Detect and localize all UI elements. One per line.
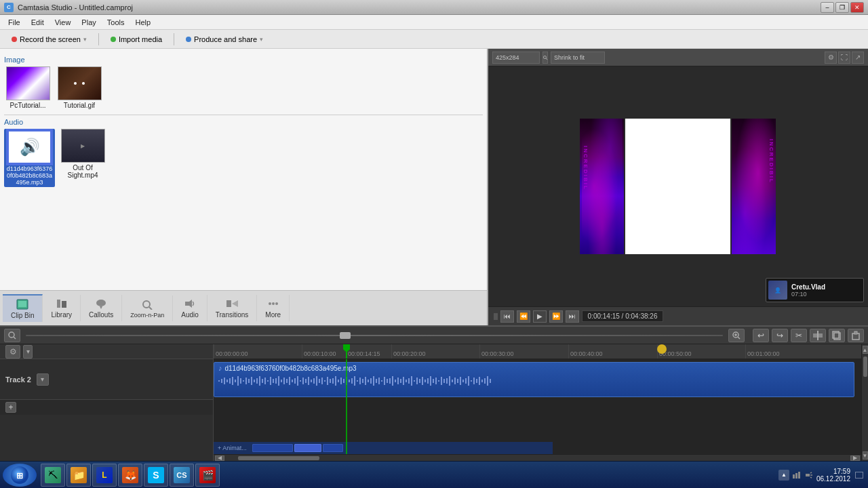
settings-dropdown-button[interactable]: ▾ — [23, 345, 33, 359]
speaker-icon: 🔊 — [20, 138, 40, 157]
scrollbar-thumb[interactable] — [238, 456, 319, 460]
paste-button[interactable] — [848, 329, 864, 342]
menu-file[interactable]: File — [3, 17, 26, 28]
track-2-settings-button[interactable]: ▾ — [37, 373, 49, 386]
undo-button[interactable]: ↩ — [753, 329, 769, 342]
settings-gear-button[interactable]: ⚙ — [5, 345, 20, 359]
oos-label: Out Of Sight.mp4 — [59, 164, 106, 179]
menu-help[interactable]: Help — [130, 17, 156, 28]
timeline-v-scrollbar[interactable]: ▲ ▼ — [861, 344, 868, 461]
produce-button[interactable]: Produce and share ▾ — [180, 33, 269, 45]
add-track-button[interactable]: + — [5, 402, 16, 413]
skip-to-end-button[interactable]: ⏭ — [566, 310, 579, 323]
taskbar-folder[interactable]: 📁 — [66, 464, 91, 487]
preview-text-left: INCREDIBIL — [583, 146, 589, 190]
copy-button[interactable] — [829, 329, 845, 342]
cut-button[interactable]: ✂ — [791, 329, 807, 342]
track-2-name: Track 2 — [5, 375, 31, 384]
svg-rect-101 — [414, 380, 415, 382]
audio-clip[interactable]: ♪ d11d4b963f63760f0b482b8c683a495e.mp3 — [214, 362, 854, 397]
close-button[interactable]: ✕ — [850, 2, 864, 13]
tab-audio[interactable]: Audio — [173, 295, 208, 321]
svg-point-14 — [544, 56, 547, 58]
taskbar-firefox[interactable]: 🦊 — [118, 464, 142, 487]
taskbar-camtasia[interactable]: CS — [170, 464, 194, 487]
image-section-label: Image — [4, 56, 483, 64]
tab-transitions[interactable]: Transitions — [208, 295, 258, 321]
menu-edit[interactable]: Edit — [26, 17, 50, 28]
svg-rect-37 — [240, 378, 241, 384]
profile-info: Cretu.Vlad 07:10 — [791, 283, 825, 298]
svg-rect-48 — [270, 377, 271, 385]
redo-button[interactable]: ↪ — [772, 329, 788, 342]
svg-rect-125 — [479, 377, 480, 385]
taskbar: ⊞ ⛏ 📁 L 🦊 S CS 🎬 ▲ — [0, 461, 868, 488]
record-button[interactable]: Record the screen ▾ — [5, 33, 93, 45]
svg-rect-89 — [381, 380, 382, 382]
camtasia-icon: CS — [174, 467, 190, 483]
svg-point-4 — [96, 300, 106, 306]
menu-view[interactable]: View — [50, 17, 77, 28]
tab-zoom-pan[interactable]: Zoom-n-Pan — [122, 296, 173, 321]
thumbnail-pctutorial[interactable]: PcTutorial... — [4, 66, 52, 109]
step-forward-button[interactable]: ⏩ — [549, 310, 563, 323]
zoom-marker[interactable] — [657, 344, 667, 354]
playhead[interactable] — [346, 344, 347, 359]
fit-dropdown[interactable]: Shrink to fit — [551, 52, 605, 64]
menu-tools[interactable]: Tools — [102, 17, 130, 28]
tab-callouts[interactable]: Callouts — [81, 295, 122, 321]
scroll-left-button[interactable]: ◀ — [215, 455, 224, 461]
svg-marker-135 — [806, 474, 810, 476]
restore-button[interactable]: ❐ — [835, 2, 849, 13]
scroll-up-button[interactable]: ▲ — [863, 346, 868, 354]
record-icon — [12, 37, 17, 42]
timeline-settings-row: ⚙ ▾ — [0, 344, 213, 359]
svg-rect-49 — [273, 379, 274, 383]
scroll-down-button[interactable]: ▼ — [863, 451, 868, 460]
playhead-line — [346, 359, 347, 454]
svg-point-12 — [272, 302, 275, 305]
play-pause-button[interactable]: ▶ — [533, 310, 547, 323]
tab-library[interactable]: Library — [43, 295, 81, 321]
zoom-in-icon[interactable] — [728, 329, 745, 342]
zoom-slider-thumb[interactable] — [340, 332, 351, 339]
preview-popout-icon[interactable]: ↗ — [852, 52, 864, 64]
svg-rect-115 — [452, 380, 453, 382]
scrollbar-track[interactable] — [224, 456, 850, 460]
import-button[interactable]: Import media — [104, 33, 168, 45]
tab-callouts-label: Callouts — [89, 311, 113, 319]
skip-to-start-button[interactable]: ⏮ — [500, 310, 514, 323]
show-desktop-button[interactable] — [853, 464, 865, 487]
svg-line-138 — [810, 477, 812, 478]
thumbnail-oos[interactable]: ▶ Out Of Sight.mp4 — [59, 129, 106, 187]
preview-fullscreen-icon[interactable]: ⛶ — [838, 52, 850, 64]
thumbnail-mp3[interactable]: 🔊 d11d4b963f63760f0b482b8c683a495e.mp3 — [4, 129, 55, 187]
vscroll-thumb[interactable] — [863, 357, 867, 377]
track-content: ♪ d11d4b963f63760f0b482b8c683a495e.mp3 — [214, 359, 861, 454]
taskbar-league[interactable]: L — [92, 464, 117, 487]
svg-rect-92 — [389, 378, 391, 384]
thumbnail-tutorial-gif[interactable]: Tutorial.gif — [56, 66, 103, 109]
skype-icon: S — [148, 467, 164, 483]
menu-play[interactable]: Play — [76, 17, 101, 28]
split-button[interactable] — [810, 329, 826, 342]
titlebar: C Camtasia Studio - Untitled.camproj – ❐… — [0, 0, 868, 15]
preview-right-panel: INCREDIBIL — [732, 119, 776, 254]
library-icon — [55, 298, 68, 310]
svg-rect-42 — [254, 380, 255, 382]
pctutorial-image — [6, 66, 50, 100]
svg-rect-35 — [235, 380, 236, 382]
preview-settings-icon[interactable]: ⚙ — [825, 52, 837, 64]
taskbar-red-app[interactable]: 🎬 — [195, 464, 220, 487]
scroll-right-button[interactable]: ▶ — [850, 455, 860, 461]
minimize-button[interactable]: – — [821, 2, 834, 13]
tab-clip-bin[interactable]: Clip Bin — [3, 294, 43, 322]
tray-icon-2 — [791, 470, 802, 481]
taskbar-minecraft[interactable]: ⛏ — [41, 464, 65, 487]
tab-more[interactable]: More — [257, 295, 290, 321]
start-button[interactable]: ⊞ — [3, 464, 37, 487]
timeline-h-scrollbar[interactable]: ◀ ▶ — [214, 454, 861, 461]
zoom-slider[interactable] — [26, 335, 723, 336]
taskbar-skype[interactable]: S — [144, 464, 168, 487]
step-back-button[interactable]: ⏪ — [517, 310, 530, 323]
